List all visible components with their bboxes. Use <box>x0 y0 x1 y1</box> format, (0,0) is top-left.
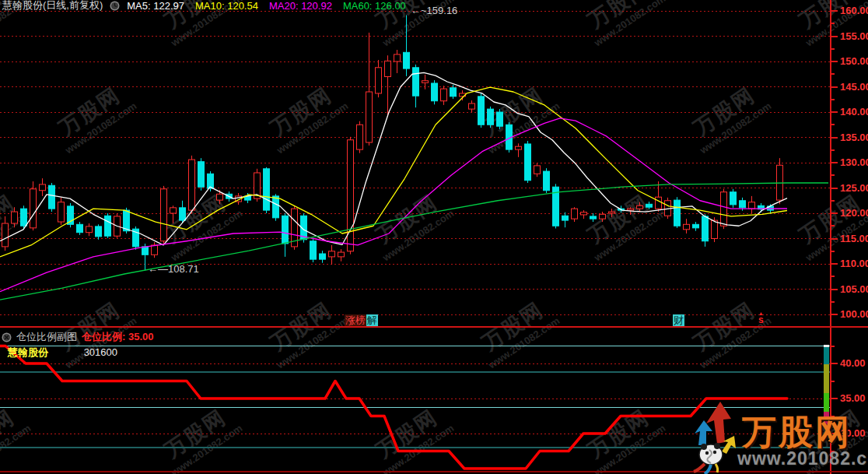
panel-separator <box>0 326 868 328</box>
y-axis-label: 105.00 <box>840 283 868 295</box>
y-axis-label: 115.00 <box>840 233 868 244</box>
chart-header: 慧翰股份(日线,前复权) MA5: 122.97MA10: 120.54MA20… <box>2 0 417 11</box>
stock-name[interactable]: 慧翰股份 <box>8 346 48 358</box>
stock-title: 慧翰股份(日线,前复权) <box>2 0 103 12</box>
y-axis-label: 100.00 <box>840 308 868 320</box>
sub-y-axis-label: 40.00 <box>840 357 868 369</box>
signal-marker-letter: s <box>758 316 764 325</box>
ma-value-label: MA20: 120.92 <box>269 0 332 12</box>
brand-logo-url: www.201082.com <box>737 448 868 469</box>
y-axis-label: 150.00 <box>840 55 868 67</box>
ma-value-label: MA5: 122.97 <box>127 0 184 12</box>
y-axis-label: 135.00 <box>840 132 868 143</box>
clock-icon[interactable] <box>110 1 120 11</box>
y-axis-label: 140.00 <box>840 106 868 118</box>
indicator-name[interactable]: 仓位比例副图 <box>16 330 77 344</box>
limit-up-badge-text[interactable]: 涨榜 <box>345 314 366 326</box>
ma-value-label: MA10: 120.54 <box>195 0 258 12</box>
y-axis-label: 125.00 <box>840 182 868 194</box>
y-axis-label: 110.00 <box>840 258 868 269</box>
subchart-stock-row: 慧翰股份 301600 <box>8 346 117 360</box>
colorbar-segment <box>824 347 829 364</box>
y-axis-label: 160.00 <box>840 5 868 16</box>
ma-value-label: MA60: 126.00 <box>343 0 406 12</box>
indicator-clock-icon[interactable] <box>2 332 12 342</box>
y-axis-label: 130.00 <box>840 156 868 168</box>
y-axis-label: 155.00 <box>840 30 868 42</box>
y-axis-label: 145.00 <box>840 81 868 93</box>
finance-badge-text[interactable]: 财 <box>673 314 684 326</box>
app-window: 万股网www.201082.com万股网www.201082.com万股网www… <box>0 0 868 474</box>
signal-marker[interactable]: ▴ s <box>758 311 764 325</box>
brand-logo: 万股网 www.201082.com <box>669 397 868 474</box>
y-axis-label: 120.00 <box>840 207 868 219</box>
stock-code: 301600 <box>84 346 117 358</box>
low-price-annotation: ←—108.71 <box>148 263 199 275</box>
main-candlestick-chart[interactable] <box>0 0 868 327</box>
high-price-annotation: ←~159.16 <box>411 5 457 16</box>
limit-up-badge[interactable]: 涨榜解 <box>345 314 378 326</box>
ma-legend: MA5: 122.97MA10: 120.54MA20: 120.92MA60:… <box>127 0 417 12</box>
subchart-header: 仓位比例副图 仓位比例: 35.00 <box>2 330 153 344</box>
limit-up-badge-highlight[interactable]: 解 <box>366 314 378 326</box>
indicator-value: 仓位比例: 35.00 <box>82 330 153 344</box>
colorbar-segment <box>824 364 829 393</box>
finance-badge[interactable]: 财 <box>673 314 684 326</box>
